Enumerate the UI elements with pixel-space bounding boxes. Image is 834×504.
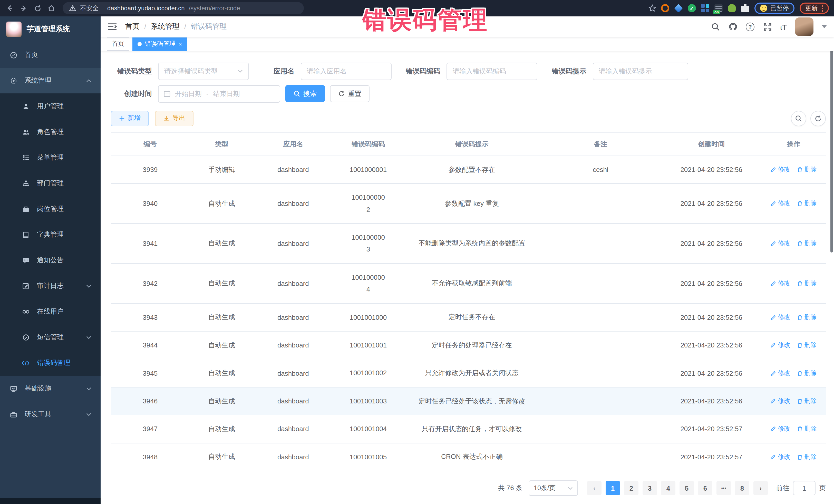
tag-close-icon[interactable]: × <box>179 41 182 47</box>
back-icon[interactable] <box>5 4 14 13</box>
edit-link[interactable]: 修改 <box>771 279 790 288</box>
delete-link[interactable]: 删除 <box>797 369 816 377</box>
search-icon[interactable] <box>711 22 720 31</box>
home-icon[interactable] <box>47 4 56 13</box>
scrollbar-thumb[interactable] <box>830 37 833 253</box>
edit-link[interactable]: 修改 <box>771 341 790 350</box>
delete-link[interactable]: 删除 <box>797 165 816 174</box>
security-label[interactable]: 不安全 <box>80 4 98 13</box>
pager-next-button[interactable]: › <box>753 481 768 495</box>
extension-gem-icon[interactable] <box>674 4 683 12</box>
pager-page-1[interactable]: 1 <box>606 481 620 495</box>
toggle-search-icon-button[interactable] <box>791 111 806 126</box>
header-id: 编号 <box>111 133 190 156</box>
search-button[interactable]: 搜索 <box>285 85 325 103</box>
github-icon[interactable] <box>728 22 738 31</box>
hamburger-icon[interactable] <box>108 23 117 31</box>
fullscreen-icon[interactable] <box>763 22 772 31</box>
help-icon[interactable]: ? <box>746 22 754 31</box>
extension-grid-icon[interactable] <box>701 4 709 12</box>
goto-page-input[interactable] <box>793 481 815 495</box>
extension-figure-icon[interactable] <box>728 4 736 12</box>
delete-link[interactable]: 删除 <box>797 313 816 322</box>
sidebar-item-infrastructure[interactable]: 基础设施 <box>0 376 101 401</box>
add-button[interactable]: 新增 <box>111 111 149 126</box>
table-row: 3943 自动生成 dashboard 1001001000 定时任务不存在 2… <box>111 303 826 331</box>
bookmark-star-icon[interactable] <box>648 4 656 12</box>
pager-page-5[interactable]: 5 <box>680 481 694 495</box>
pager-prev-button[interactable]: ‹ <box>587 481 601 495</box>
address-bar[interactable]: 不安全 dashboard.yudao.iocoder.cn/system/er… <box>63 2 304 14</box>
sidebar-item-system[interactable]: 系统管理 <box>0 68 101 93</box>
sidebar-item-dictionary[interactable]: 字典管理 <box>0 222 101 247</box>
avatar-caret-icon[interactable] <box>822 25 827 28</box>
sidebar-item-menus[interactable]: 菜单管理 <box>0 145 101 170</box>
error-hint-input[interactable]: 请输入错误码提示 <box>593 63 688 80</box>
edit-link[interactable]: 修改 <box>771 239 790 248</box>
delete-link[interactable]: 删除 <box>797 453 816 461</box>
edit-link[interactable]: 修改 <box>771 313 790 322</box>
delete-link[interactable]: 删除 <box>797 397 816 406</box>
sidebar-item-posts[interactable]: 岗位管理 <box>0 196 101 222</box>
sidebar-item-roles[interactable]: 角色管理 <box>0 119 101 145</box>
pager-page-8[interactable]: 8 <box>735 481 749 495</box>
sidebar-item-devtools[interactable]: 研发工具 <box>0 401 101 427</box>
reset-button[interactable]: 重置 <box>330 85 370 103</box>
edit-link[interactable]: 修改 <box>771 425 790 434</box>
edit-link[interactable]: 修改 <box>771 369 790 377</box>
browser-menu-icon[interactable] <box>822 5 823 12</box>
delete-link[interactable]: 删除 <box>797 239 816 248</box>
pager-page-2[interactable]: 2 <box>624 481 638 495</box>
sidebar-item-users[interactable]: 用户管理 <box>0 93 101 119</box>
export-button[interactable]: 导出 <box>155 111 194 126</box>
sidebar-item-online-users[interactable]: 在线用户 <box>0 299 101 324</box>
page-size-select[interactable]: 10条/页 <box>529 480 578 496</box>
cell-hint: CRON 表达式不正确 <box>404 443 540 471</box>
extension-list-icon[interactable]: on <box>715 4 723 12</box>
sidebar-item-error-code[interactable]: 错误码管理 <box>0 350 101 376</box>
trash-icon <box>797 167 803 172</box>
breadcrumb-system[interactable]: 系统管理 <box>151 22 180 31</box>
edit-link[interactable]: 修改 <box>771 199 790 208</box>
font-size-icon[interactable]: tT <box>780 22 787 31</box>
sidebar-item-sms[interactable]: 短信管理 <box>0 324 101 350</box>
date-range-picker[interactable]: 开始日期 - 结束日期 <box>158 85 280 103</box>
tag-home[interactable]: 首页 <box>107 37 129 50</box>
sidebar-item-departments[interactable]: 部门管理 <box>0 170 101 196</box>
pager-ellipsis[interactable]: ••• <box>717 481 731 495</box>
user-avatar[interactable] <box>795 18 813 36</box>
profile-paused-pill[interactable]: 已暂停 <box>754 3 794 14</box>
delete-link[interactable]: 删除 <box>797 341 816 350</box>
tag-error-code[interactable]: 错误码管理 × <box>132 37 187 50</box>
delete-link[interactable]: 删除 <box>797 199 816 208</box>
reload-icon[interactable] <box>33 4 42 13</box>
delete-link[interactable]: 删除 <box>797 425 816 434</box>
edit-link[interactable]: 修改 <box>771 397 790 406</box>
sidebar-item-notices[interactable]: 通知公告 <box>0 247 101 273</box>
edit-link-label: 修改 <box>778 369 790 377</box>
sidebar-item-label: 系统管理 <box>25 76 51 85</box>
pager-page-3[interactable]: 3 <box>642 481 657 495</box>
edit-link[interactable]: 修改 <box>771 165 790 174</box>
delete-link[interactable]: 删除 <box>797 279 816 288</box>
breadcrumb-home[interactable]: 首页 <box>125 22 139 31</box>
app-name-input[interactable]: 请输入应用名 <box>301 63 391 80</box>
extension-orange-icon[interactable] <box>661 4 669 12</box>
error-code-input[interactable]: 请输入错误码编码 <box>446 63 537 80</box>
sidebar: 芋道管理系统 首页 系统管理 用户管理 <box>0 17 101 504</box>
pager-page-6[interactable]: 6 <box>698 481 712 495</box>
extensions-puzzle-icon[interactable] <box>741 4 749 12</box>
pager-page-4[interactable]: 4 <box>661 481 675 495</box>
sidebar-item-home[interactable]: 首页 <box>0 42 101 68</box>
edit-link[interactable]: 修改 <box>771 453 790 461</box>
annotation-overlay: 错误码管理 <box>363 4 488 37</box>
sidebar-logo[interactable]: 芋道管理系统 <box>0 17 101 42</box>
delete-link-label: 删除 <box>804 425 816 434</box>
error-type-select[interactable]: 请选择错误码类型 <box>158 63 249 80</box>
extension-check-icon[interactable]: ✓ <box>688 4 696 12</box>
sidebar-collapse-bar[interactable] <box>0 498 101 504</box>
refresh-table-icon-button[interactable] <box>810 111 826 126</box>
forward-icon[interactable] <box>19 4 28 13</box>
browser-update-button[interactable]: 更新 <box>799 3 829 14</box>
sidebar-item-audit-log[interactable]: 审计日志 <box>0 273 101 299</box>
